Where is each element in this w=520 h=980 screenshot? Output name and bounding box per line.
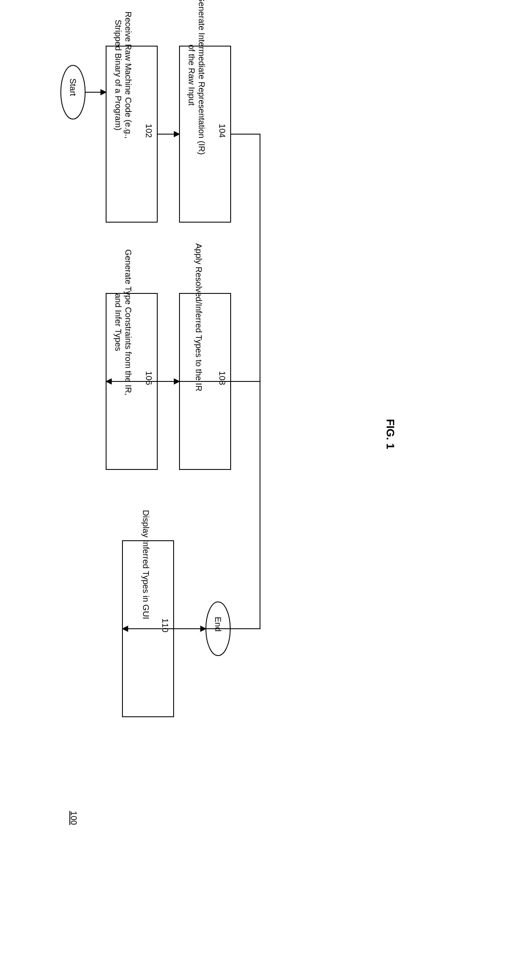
flowchart-stage: 100 FIG. 1 Start Receive Raw Machine Cod… bbox=[0, 0, 520, 980]
box-104-number: 104 bbox=[217, 118, 227, 143]
box-106-number: 106 bbox=[144, 366, 154, 391]
box-102-label: Receive Raw Machine Code (e.g., Stripped… bbox=[113, 0, 133, 155]
end-label: End bbox=[213, 614, 223, 634]
box-104-label: Generate Intermediate Representation (IR… bbox=[187, 0, 207, 157]
figure-label: FIG. 1 bbox=[384, 413, 397, 455]
page-number: 100 bbox=[69, 808, 78, 829]
box-102-number: 102 bbox=[144, 118, 154, 143]
box-110-number: 110 bbox=[160, 613, 170, 638]
box-108-label: Apply Resolved/Inferred Types to the IR bbox=[194, 238, 204, 397]
box-106-label: Generate Type Constraints from the IR, a… bbox=[113, 243, 133, 402]
start-label: Start bbox=[68, 76, 78, 98]
flowchart-svg bbox=[0, 0, 520, 980]
box-110-label: Display Inferred Types in GUI bbox=[141, 485, 151, 644]
box-108-number: 108 bbox=[217, 366, 227, 391]
